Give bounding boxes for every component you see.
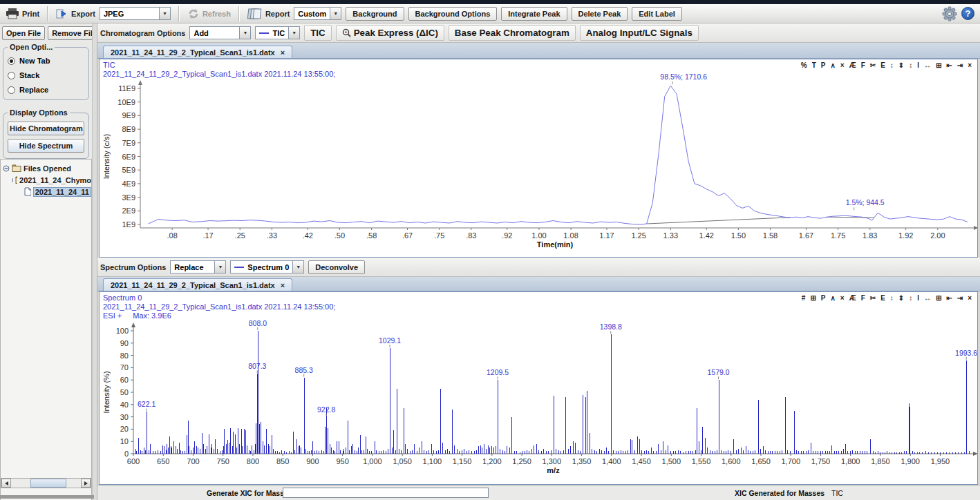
background-options-button[interactable]: Background Options bbox=[408, 7, 498, 21]
close-plot-icon[interactable]: × bbox=[968, 294, 972, 302]
zoom-y-icon[interactable]: ↕ bbox=[890, 294, 894, 302]
chevron-down-icon[interactable]: ▼ bbox=[330, 7, 341, 20]
expand-icon[interactable]: E bbox=[880, 61, 885, 69]
scroll-right-icon[interactable] bbox=[81, 479, 91, 488]
mass-labels-icon[interactable]: # bbox=[802, 294, 806, 302]
peak-express-button[interactable]: Peak Express (ΔIC) bbox=[336, 25, 444, 41]
tree-node-file[interactable]: 2021_11_24_11 bbox=[1, 186, 91, 198]
tree-file-label[interactable]: 2021_11_24_11 bbox=[33, 187, 91, 197]
radio-replace[interactable]: Replace bbox=[8, 86, 84, 94]
shrink-y-icon[interactable]: ↕ bbox=[909, 294, 912, 302]
tree-root-label[interactable]: Files Opened bbox=[23, 164, 71, 173]
svg-text:1.5%; 944.5: 1.5%; 944.5 bbox=[846, 198, 885, 206]
export-format-combo[interactable]: JPEG ▼ bbox=[100, 7, 171, 20]
tree-node-root[interactable]: Files Opened bbox=[1, 162, 91, 174]
auto-label-icon[interactable]: Æ bbox=[849, 61, 856, 69]
tic-button[interactable]: TIC bbox=[304, 25, 331, 41]
auto-label-icon[interactable]: Æ bbox=[849, 294, 856, 302]
spectrum-mode-combo[interactable]: Replace ▼ bbox=[170, 260, 226, 273]
shrink-y-icon[interactable]: ↕ bbox=[909, 61, 912, 69]
fit-x-icon[interactable]: ↔ bbox=[924, 294, 931, 302]
collapse-handle-icon[interactable] bbox=[3, 165, 10, 172]
collapse-handle-icon[interactable] bbox=[12, 177, 13, 184]
chevron-down-icon[interactable]: ▼ bbox=[288, 26, 300, 39]
chevron-down-icon[interactable]: ▼ bbox=[292, 260, 304, 273]
full-y-icon[interactable]: I bbox=[917, 61, 919, 69]
svg-text:1,950: 1,950 bbox=[931, 457, 950, 465]
chevron-down-icon[interactable]: ▼ bbox=[239, 26, 251, 39]
go-last-icon[interactable]: ⇥ bbox=[957, 61, 963, 69]
peak-shape-icon[interactable]: ∧ bbox=[830, 61, 835, 69]
chromatogram-mode-combo[interactable]: Add ▼ bbox=[189, 26, 251, 39]
delete-peak-button[interactable]: Delete Peak bbox=[572, 7, 628, 21]
percent-labels-icon[interactable]: % bbox=[801, 61, 807, 69]
spectrum-tab[interactable]: 2021_11_24_11_29_2_Typical_Scan1_is1.dat… bbox=[103, 278, 292, 291]
scrollbar-track[interactable] bbox=[11, 479, 81, 488]
fit-icon[interactable]: F bbox=[861, 61, 865, 69]
spectrum-trace-combo[interactable]: Spectrum 0 ▼ bbox=[230, 260, 304, 273]
generate-xic-input[interactable] bbox=[283, 488, 489, 498]
hide-chromatogram-button[interactable]: Hide Chromatogram bbox=[8, 122, 84, 135]
print-button[interactable]: Print bbox=[6, 8, 39, 19]
edit-label-button[interactable]: Edit Label bbox=[632, 7, 682, 21]
radio-stack[interactable]: Stack bbox=[8, 71, 84, 79]
clear-peaks-icon[interactable]: × bbox=[840, 294, 845, 302]
radio-new-tab[interactable]: New Tab bbox=[8, 57, 84, 65]
deconvolve-button[interactable]: Deconvolve bbox=[308, 260, 365, 274]
trace-color-icon bbox=[259, 32, 269, 34]
clear-peaks-icon[interactable]: × bbox=[840, 61, 845, 69]
peak-labels-icon[interactable]: P bbox=[821, 61, 826, 69]
sidebar-splitter[interactable] bbox=[92, 23, 97, 500]
svg-text:1,650: 1,650 bbox=[751, 457, 771, 465]
chevron-down-icon[interactable]: ▼ bbox=[214, 260, 226, 273]
tree-folder-label[interactable]: 2021_11_24_Chymo bbox=[19, 176, 91, 184]
hide-spectrum-button[interactable]: Hide Spectrum bbox=[8, 139, 84, 153]
peak-shape-icon[interactable]: ∧ bbox=[830, 294, 835, 302]
threshold-icon[interactable]: T bbox=[812, 61, 816, 69]
analog-input-lc-signals-button[interactable]: Analog Input/LC Signals bbox=[580, 25, 699, 41]
background-button[interactable]: Background bbox=[346, 7, 404, 21]
export-button[interactable]: Export bbox=[56, 8, 95, 19]
report-button[interactable]: Report bbox=[247, 8, 290, 20]
radio-icon[interactable] bbox=[8, 72, 15, 79]
svg-text:1,150: 1,150 bbox=[453, 457, 472, 465]
zoom-y-icon[interactable]: ↕ bbox=[890, 61, 894, 69]
go-last-icon[interactable]: ⇥ bbox=[957, 294, 963, 302]
open-file-button[interactable]: Open File bbox=[2, 26, 45, 40]
radio-icon[interactable] bbox=[8, 57, 15, 65]
peak-labels-icon[interactable]: P bbox=[821, 294, 826, 302]
grid-icon[interactable]: ⊞ bbox=[936, 61, 941, 69]
go-first-icon[interactable]: ⇤ bbox=[946, 294, 952, 302]
chromatogram-tab[interactable]: 2021_11_24_11_29_2_Typical_Scan1_is1.dat… bbox=[103, 46, 292, 58]
close-icon[interactable]: × bbox=[281, 48, 285, 57]
grid-labels-icon[interactable]: ⊞ bbox=[810, 294, 816, 302]
scroll-left-icon[interactable] bbox=[1, 479, 11, 488]
spectrum-chart[interactable]: 0102030405060708090100600650700750800850… bbox=[100, 292, 977, 484]
integrate-peak-button[interactable]: Integrate Peak bbox=[501, 7, 567, 21]
stretch-y-icon[interactable]: ⇕ bbox=[898, 294, 904, 302]
radio-icon[interactable] bbox=[8, 86, 15, 94]
fit-icon[interactable]: F bbox=[861, 294, 865, 302]
close-plot-icon[interactable]: × bbox=[968, 61, 972, 69]
tree-node-folder[interactable]: 2021_11_24_Chymo bbox=[1, 174, 91, 186]
chromatogram-trace-combo[interactable]: TIC ▼ bbox=[255, 26, 300, 39]
close-icon[interactable]: × bbox=[281, 281, 285, 289]
report-type-combo[interactable]: Custom ▼ bbox=[294, 7, 341, 20]
sidebar-horizontal-scrollbar[interactable] bbox=[1, 478, 91, 488]
expand-icon[interactable]: E bbox=[880, 294, 885, 302]
chevron-down-icon[interactable]: ▼ bbox=[159, 7, 171, 20]
refresh-button[interactable]: Refresh bbox=[187, 8, 231, 19]
grid-icon[interactable]: ⊞ bbox=[936, 294, 941, 302]
full-y-icon[interactable]: I bbox=[917, 294, 919, 302]
go-first-icon[interactable]: ⇤ bbox=[946, 61, 952, 69]
help-icon[interactable]: ? bbox=[961, 7, 974, 20]
fit-x-icon[interactable]: ↔ bbox=[924, 61, 931, 69]
stretch-y-icon[interactable]: ⇕ bbox=[898, 61, 904, 69]
cut-icon[interactable]: ✂ bbox=[870, 61, 876, 69]
chromatogram-chart[interactable]: 1E92E93E94E95E96E97E98E99E910E911E9.08.1… bbox=[100, 59, 977, 257]
svg-text:800: 800 bbox=[247, 457, 259, 465]
cut-icon[interactable]: ✂ bbox=[870, 294, 876, 302]
scrollbar-thumb[interactable] bbox=[30, 479, 66, 488]
gear-icon[interactable] bbox=[942, 6, 957, 21]
base-peak-chromatogram-button[interactable]: Base Peak Chromatogram bbox=[449, 25, 576, 41]
